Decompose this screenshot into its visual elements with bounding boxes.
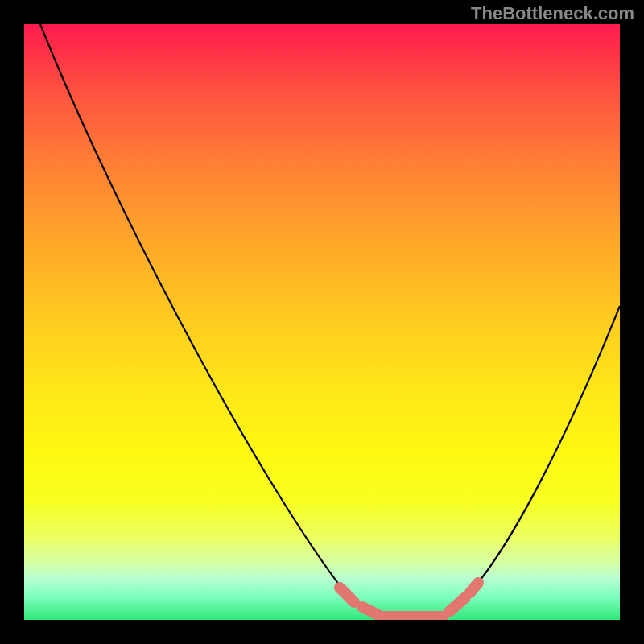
watermark-text: TheBottleneck.com [471, 3, 634, 24]
curve-svg [24, 24, 620, 620]
marker-segment-4 [449, 597, 465, 612]
marker-segment-5 [470, 583, 478, 592]
marker-segment-2 [362, 607, 378, 615]
curve-path [40, 24, 620, 619]
marker-segment-1 [340, 588, 354, 602]
chart-container: TheBottleneck.com [0, 0, 644, 644]
plot-area [24, 24, 620, 620]
